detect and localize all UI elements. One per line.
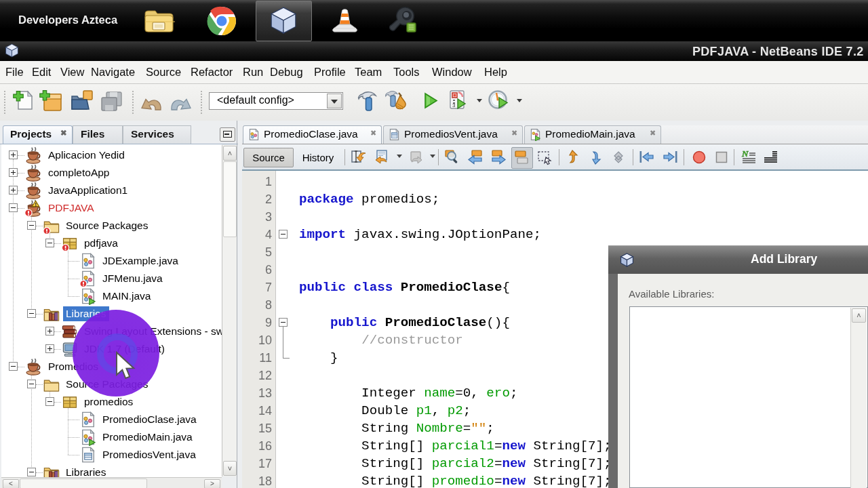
svg-text:3: 3 <box>452 102 456 108</box>
svg-text:N: N <box>741 149 749 159</box>
